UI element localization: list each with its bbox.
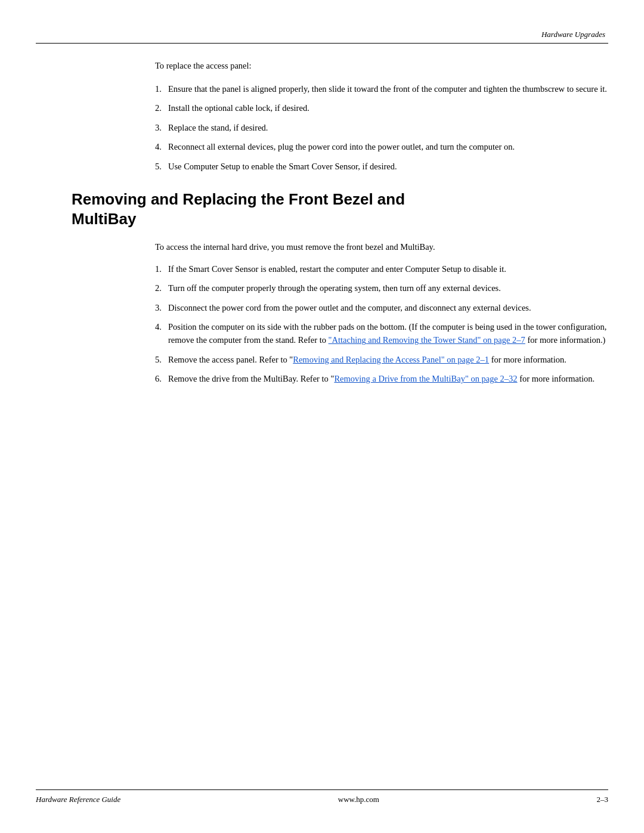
list-number: 2. xyxy=(155,101,168,114)
list-text: Reconnect all external devices, plug the… xyxy=(168,140,608,153)
multibay-link[interactable]: Removing a Drive from the MultiBay" on p… xyxy=(334,374,517,383)
text-before: Remove the drive from the MultiBay. Refe… xyxy=(168,374,334,383)
footer: Hardware Reference Guide www.hp.com 2–3 xyxy=(36,795,608,804)
list-text: Replace the stand, if desired. xyxy=(168,121,608,134)
section-list: 1. If the Smart Cover Sensor is enabled,… xyxy=(155,262,608,386)
heading-line1: Removing and Replacing the Front Bezel a… xyxy=(72,190,405,208)
list-number: 1. xyxy=(155,82,168,95)
section-content: To access the internal hard drive, you m… xyxy=(155,240,608,386)
list-item: 2. Turn off the computer properly throug… xyxy=(155,281,608,295)
heading-line2: MultiBay xyxy=(72,210,136,228)
text-after: for more information.) xyxy=(525,335,606,345)
footer-left-text: Hardware Reference Guide xyxy=(36,795,120,804)
footer-center: www.hp.com xyxy=(338,795,379,804)
footer-right: 2–3 xyxy=(597,795,609,804)
list-number: 3. xyxy=(155,121,168,134)
list-text: Disconnect the power cord from the power… xyxy=(168,301,608,314)
main-content: To replace the access panel: 1. Ensure t… xyxy=(36,60,608,773)
list-item: 2. Install the optional cable lock, if d… xyxy=(155,101,608,114)
list-item: 1. If the Smart Cover Sensor is enabled,… xyxy=(155,262,608,275)
text-before: Remove the access panel. Refer to " xyxy=(168,355,293,364)
list-item: 5. Remove the access panel. Refer to "Re… xyxy=(155,353,608,366)
tower-stand-link[interactable]: "Attaching and Removing the Tower Stand"… xyxy=(329,335,525,345)
access-panel-link[interactable]: Removing and Replacing the Access Panel"… xyxy=(293,355,489,364)
list-text: Use Computer Setup to enable the Smart C… xyxy=(168,160,608,173)
list-item: 4. Reconnect all external devices, plug … xyxy=(155,140,608,153)
list-text: If the Smart Cover Sensor is enabled, re… xyxy=(168,262,608,275)
top-rule xyxy=(36,43,608,44)
list-number: 5. xyxy=(155,160,168,173)
list-number: 2. xyxy=(155,281,168,295)
list-item: 1. Ensure that the panel is aligned prop… xyxy=(155,82,608,95)
list-text: Remove the drive from the MultiBay. Refe… xyxy=(168,372,608,385)
list-number: 5. xyxy=(155,353,168,366)
list-text: Remove the access panel. Refer to "Remov… xyxy=(168,353,608,366)
section-intro: To access the internal hard drive, you m… xyxy=(155,240,608,253)
chapter-title-text: Hardware Upgrades xyxy=(541,30,605,39)
list-number: 6. xyxy=(155,372,168,385)
chapter-title: Hardware Upgrades xyxy=(541,30,605,39)
footer-left: Hardware Reference Guide xyxy=(36,795,120,804)
list-text: Install the optional cable lock, if desi… xyxy=(168,101,608,114)
text-after: for more information. xyxy=(489,355,566,364)
list-number: 4. xyxy=(155,320,168,347)
intro-paragraph: To replace the access panel: xyxy=(155,60,608,73)
first-list: 1. Ensure that the panel is aligned prop… xyxy=(155,82,608,173)
list-number: 3. xyxy=(155,301,168,314)
bottom-rule xyxy=(36,789,608,790)
list-item: 4. Position the computer on its side wit… xyxy=(155,320,608,347)
list-item: 3. Disconnect the power cord from the po… xyxy=(155,301,608,314)
list-text: Turn off the computer properly through t… xyxy=(168,281,608,295)
list-text: Position the computer on its side with t… xyxy=(168,320,608,347)
text-after: for more information. xyxy=(518,374,595,383)
list-text: Ensure that the panel is aligned properl… xyxy=(168,82,608,95)
section-heading: Removing and Replacing the Front Bezel a… xyxy=(72,190,608,228)
list-item: 3. Replace the stand, if desired. xyxy=(155,121,608,134)
list-number: 4. xyxy=(155,140,168,153)
list-item: 5. Use Computer Setup to enable the Smar… xyxy=(155,160,608,173)
list-item: 6. Remove the drive from the MultiBay. R… xyxy=(155,372,608,385)
page-container: Hardware Upgrades To replace the access … xyxy=(0,0,644,833)
list-number: 1. xyxy=(155,262,168,275)
